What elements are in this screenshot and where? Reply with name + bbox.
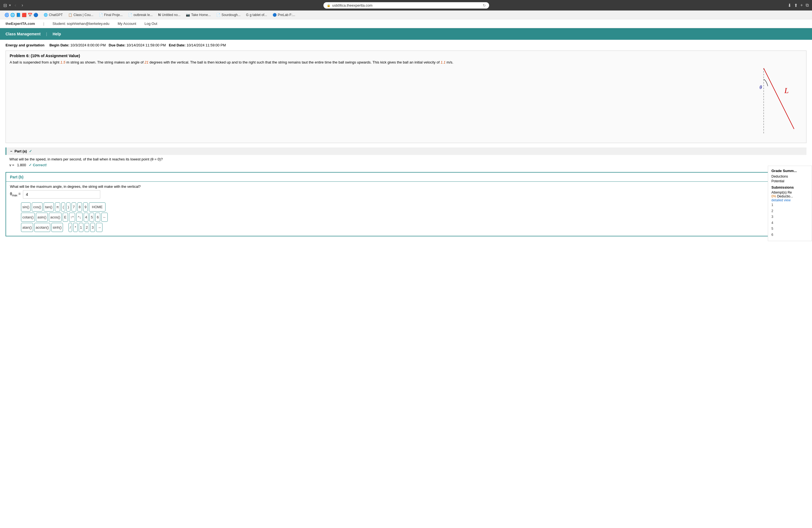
l-value: 1.5 (60, 60, 66, 64)
address-bar[interactable]: 🔒 usb06ca.theexpertta.com ↻ (323, 2, 489, 9)
tabs-overview-icon[interactable]: ⧉ (806, 3, 809, 8)
due-date: 10/14/2024 11:59:00 PM (127, 43, 166, 47)
part-b-header: Part (b) (6, 173, 806, 182)
calc-2[interactable]: 2 (85, 223, 89, 232)
part-a-section: − Part (a) ✓ What will be the speed, in … (5, 147, 807, 169)
calc-asin[interactable]: asin() (36, 212, 48, 222)
calc-open-paren[interactable]: ( (61, 202, 65, 211)
detailed-view-link[interactable]: detailed view (771, 198, 791, 202)
takehome-label: Take Home... (191, 13, 211, 17)
calc-divide[interactable]: / (69, 223, 72, 232)
due-label: Due Date: (109, 43, 126, 47)
calc-8[interactable]: 8 (77, 202, 82, 211)
calc-3[interactable]: 3 (90, 223, 95, 232)
part-a-correct-label: ✓ Correct! (29, 163, 47, 167)
calc-acotan[interactable]: acotan() (34, 223, 50, 232)
student-info: Student: sophhiehan@berkeley.edu (53, 21, 110, 26)
new-tab-icon[interactable]: + (800, 3, 803, 8)
calc-sin[interactable]: sin() (21, 202, 31, 211)
download-icon[interactable]: ⬇ (788, 3, 791, 8)
input-row: θmax = (10, 190, 802, 199)
bookmark-sourdough[interactable]: 📄 Sourdough... (214, 12, 243, 18)
deduction-pct[interactable]: 0% (771, 194, 776, 198)
v-value: 1.1 (440, 60, 446, 64)
part-b-content: What will be the maximum angle, in degre… (6, 182, 806, 236)
end-label: End Date: (169, 43, 186, 47)
grade-summary: Grade Summ... Deductions Potential Submi… (768, 166, 812, 241)
assignment-title: Energy and gravitation (5, 43, 44, 47)
gtablet-icon: G (246, 13, 249, 17)
deductions-row: Deductions (771, 175, 808, 178)
calc-multiply[interactable]: * (73, 223, 77, 232)
part-a-answer-label: v = (10, 163, 14, 167)
problem-text-end: m/s. (446, 60, 453, 64)
calc-pi[interactable]: π (55, 202, 60, 211)
attempts-label: Attempt(s) Re (771, 191, 808, 194)
problem-text-before: A ball is suspended from a light (10, 60, 60, 64)
forward-button[interactable]: › (20, 2, 25, 8)
part-a-content: What will be the speed, in meters per se… (5, 155, 807, 169)
my-account-link[interactable]: My Account (118, 21, 136, 26)
answer-input[interactable] (23, 190, 100, 199)
submission-numbers: 123456 (771, 202, 808, 238)
back-button[interactable]: ‹ (13, 2, 18, 8)
nav-divider: | (46, 32, 47, 36)
class-icon: 📋 (68, 13, 72, 17)
log-out-link[interactable]: Log Out (144, 21, 157, 26)
calc-cotan[interactable]: cotan() (21, 212, 35, 222)
bookmarks-bar: 🌀 🌐 📘 🟥 📅 🔵 🌐 ChatGPT 📋 Class | Cou... 📄… (0, 11, 812, 19)
site-header: theExpertTA.com | Student: sophhiehan@be… (0, 19, 812, 28)
calc-tan[interactable]: tan() (44, 202, 54, 211)
calc-1[interactable]: 1 (79, 223, 83, 232)
calc-7[interactable]: 7 (72, 202, 76, 211)
part-b-question: What will be the maximum angle, in degre… (10, 185, 802, 189)
calc-e[interactable]: E (63, 212, 68, 222)
calc-right-arrow[interactable]: → (96, 223, 102, 232)
theta-label: θmax = (10, 192, 21, 197)
calc-sinh[interactable]: sinh() (52, 223, 63, 232)
share-icon[interactable]: ⬆ (794, 3, 798, 8)
calculator: sin() cos() tan() π ( ) 7 8 9 HOME cotan… (10, 202, 802, 232)
bookmark-takehome[interactable]: 📷 Take Home... (184, 12, 213, 18)
submissions-title: Submissions (771, 185, 808, 189)
part-a-question: What will be the speed, in meters per se… (10, 157, 802, 161)
chatgpt-icon: 🌐 (44, 13, 48, 17)
bookmark-untitled[interactable]: N Untitled no... (156, 12, 183, 18)
diagram-area: θ L (10, 65, 802, 137)
svg-text:θ: θ (759, 85, 762, 90)
bookmark-gtablet[interactable]: G g tablet of... (244, 12, 269, 18)
calc-atan[interactable]: atan() (21, 223, 33, 232)
sidebar-toggle-icon[interactable]: ⊟ (3, 3, 7, 8)
problem-box: Problem 6: (10% of Assignment Value) A b… (5, 50, 807, 143)
lock-icon: 🔒 (327, 4, 331, 7)
bookmark-prelab[interactable]: 🔵 PreLab F:... (271, 12, 298, 18)
calc-4[interactable]: 4 (84, 212, 88, 222)
calc-close-paren[interactable]: ) (66, 202, 70, 211)
bookmark-class[interactable]: 📋 Class | Cou... (66, 12, 96, 18)
deduction-row: 0% Deductio... (771, 194, 808, 198)
calc-home[interactable]: HOME (89, 202, 105, 211)
calc-6[interactable]: 6 (95, 212, 100, 222)
begin-date: 10/3/2024 8:00:00 PM (70, 43, 106, 47)
bookmark-final[interactable]: 📄 Final Proje... (97, 12, 125, 18)
takehome-icon: 📷 (186, 13, 190, 17)
calc-backspace[interactable]: ← (101, 212, 108, 222)
bookmark-chatgpt[interactable]: 🌐 ChatGPT (41, 12, 65, 18)
browser-actions: ⬇ ⬆ + ⧉ (788, 3, 809, 8)
calc-blank (64, 223, 68, 232)
sidebar-chevron-icon[interactable]: ▾ (9, 3, 11, 7)
bookmark-extensions[interactable]: 🌀 🌐 📘 🟥 📅 🔵 (2, 12, 40, 18)
calc-cos[interactable]: cos() (32, 202, 43, 211)
begin-label: Begin Date: (49, 43, 69, 47)
bookmark-outbreak[interactable]: 📄 outbreak le... (126, 12, 155, 18)
pendulum-diagram: θ L (747, 65, 802, 137)
calc-up-exp[interactable]: ↑^ (69, 212, 75, 222)
help-link[interactable]: Help (53, 32, 61, 36)
refresh-icon[interactable]: ↻ (483, 3, 486, 8)
calc-acos[interactable]: acos() (49, 212, 62, 222)
calc-5[interactable]: 5 (89, 212, 94, 222)
calc-down-exp[interactable]: ^↓ (76, 212, 83, 222)
class-management-link[interactable]: Class Management (5, 32, 41, 36)
collapse-icon[interactable]: − (10, 149, 12, 153)
calc-9[interactable]: 9 (83, 202, 88, 211)
